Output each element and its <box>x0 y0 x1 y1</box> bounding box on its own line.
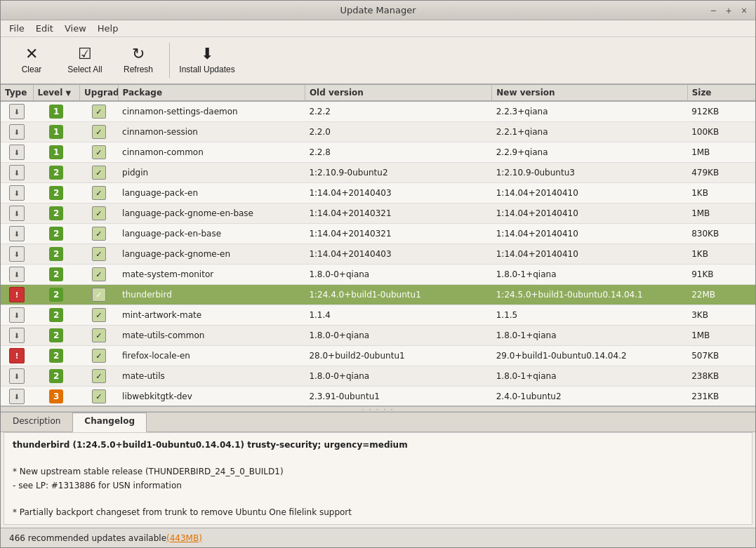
upgrade-checkbox-icon[interactable]: ✓ <box>92 247 106 261</box>
cell-type: ⬇ <box>1 305 33 326</box>
upgrade-checkbox-icon[interactable]: ✓ <box>92 267 106 281</box>
close-button[interactable]: × <box>738 5 750 16</box>
cell-size: 231KB <box>687 387 755 407</box>
cell-old-version: 1.1.4 <box>305 305 491 326</box>
cell-size: 1KB <box>687 183 755 203</box>
level-badge: 1 <box>49 145 63 159</box>
table-row[interactable]: ⬇2✓language-pack-gnome-en-base1:14.04+20… <box>1 203 755 224</box>
level-badge: 2 <box>49 166 63 180</box>
main-window: Update Manager − + × File Edit View Help… <box>0 0 756 548</box>
cell-size: 1MB <box>687 203 755 224</box>
cell-upgrade: ✓ <box>80 203 118 224</box>
bottom-panel: Description Changelog thunderbird (1:24.… <box>1 412 755 528</box>
upgrade-checkbox-icon[interactable]: ✓ <box>92 166 106 180</box>
table-row[interactable]: ⬇1✓cinnamon-common2.2.82.2.9+qiana1MB <box>1 142 755 163</box>
col-header-package[interactable]: Package <box>118 85 305 101</box>
table-row[interactable]: ⬇2✓mint-artwork-mate1.1.41.1.53KB <box>1 305 755 326</box>
cell-type: ⬇ <box>1 142 33 163</box>
menu-help[interactable]: Help <box>92 22 124 35</box>
table-row[interactable]: ⬇2✓language-pack-en1:14.04+201404031:14.… <box>1 183 755 203</box>
cell-level: 1 <box>33 122 80 142</box>
cell-upgrade: ✓ <box>80 244 118 265</box>
cell-new-version: 1:2.10.9-0ubuntu3 <box>492 163 687 183</box>
cell-size: 3KB <box>687 305 755 326</box>
cell-old-version: 1.8.0-0+qiana <box>305 326 491 346</box>
cell-package: mate-utils-common <box>118 326 305 346</box>
upgrade-checkbox-icon[interactable]: ✓ <box>92 288 106 302</box>
level-sort-indicator: ▼ <box>66 89 72 97</box>
cell-level: 3 <box>33 387 80 407</box>
cell-new-version: 2.2.1+qiana <box>492 122 687 142</box>
menu-edit[interactable]: Edit <box>30 22 59 35</box>
level-badge: 1 <box>49 125 63 139</box>
cell-new-version: 2.4.0-1ubuntu2 <box>492 387 687 407</box>
cell-package: mint-artwork-mate <box>118 305 305 326</box>
table-row[interactable]: ⬇2✓language-pack-en-base1:14.04+20140321… <box>1 224 755 244</box>
col-header-size[interactable]: Size <box>687 85 755 101</box>
upgrade-checkbox-icon[interactable]: ✓ <box>92 227 106 241</box>
table-row[interactable]: ⬇1✓cinnamon-session2.2.02.2.1+qiana100KB <box>1 122 755 142</box>
minimize-button[interactable]: − <box>708 5 719 16</box>
upgrade-checkbox-icon[interactable]: ✓ <box>92 349 106 363</box>
cell-package: language-pack-gnome-en-base <box>118 203 305 224</box>
cell-old-version: 1:24.4.0+build1-0ubuntu1 <box>305 285 491 305</box>
upgrade-checkbox-icon[interactable]: ✓ <box>92 186 106 200</box>
tab-changelog[interactable]: Changelog <box>72 413 147 432</box>
tab-description[interactable]: Description <box>1 413 72 432</box>
table-row[interactable]: ⬇1✓cinnamon-settings-daemon2.2.22.2.3+qi… <box>1 101 755 122</box>
table-row[interactable]: ⬇2✓mate-system-monitor1.8.0-0+qiana1.8.0… <box>1 265 755 285</box>
upgrade-checkbox-icon[interactable]: ✓ <box>92 125 106 139</box>
table-row[interactable]: ⬇3✓libwebkitgtk-dev2.3.91-0ubuntu12.4.0-… <box>1 387 755 407</box>
upgrade-checkbox-icon[interactable]: ✓ <box>92 369 106 383</box>
table-row[interactable]: ⬇2✓pidgin1:2.10.9-0ubuntu21:2.10.9-0ubun… <box>1 163 755 183</box>
cell-upgrade: ✓ <box>80 326 118 346</box>
upgrade-checkbox-icon[interactable]: ✓ <box>92 328 106 342</box>
cell-old-version: 1:14.04+20140403 <box>305 183 491 203</box>
table-container[interactable]: Type Level ▼ Upgrade Package Old version… <box>1 85 755 406</box>
col-header-upgrade[interactable]: Upgrade <box>80 85 118 101</box>
cell-package: cinnamon-session <box>118 122 305 142</box>
upgrade-checkbox-icon[interactable]: ✓ <box>92 308 106 322</box>
upgrade-checkbox-icon[interactable]: ✓ <box>92 389 106 403</box>
level-badge: 3 <box>49 389 63 403</box>
col-header-type[interactable]: Type <box>1 85 33 101</box>
col-header-newver[interactable]: New version <box>492 85 687 101</box>
upgrade-checkbox-icon[interactable]: ✓ <box>92 206 106 220</box>
table-row[interactable]: ⬇2✓mate-utils-common1.8.0-0+qiana1.8.0-1… <box>1 326 755 346</box>
cell-upgrade: ✓ <box>80 163 118 183</box>
status-bar: 466 recommended updates available (443MB… <box>1 528 755 547</box>
maximize-button[interactable]: + <box>723 5 734 16</box>
cell-old-version: 28.0+build2-0ubuntu1 <box>305 346 491 366</box>
cell-level: 2 <box>33 285 80 305</box>
cell-upgrade: ✓ <box>80 183 118 203</box>
cell-new-version: 1.8.0-1+qiana <box>492 366 687 387</box>
select-all-button[interactable]: ☑ Select All <box>60 40 110 81</box>
menu-file[interactable]: File <box>4 22 30 35</box>
install-button[interactable]: ⬇ Install Updates <box>175 40 239 81</box>
col-header-level[interactable]: Level ▼ <box>33 85 80 101</box>
toolbar-separator <box>169 43 170 78</box>
panel-resizer[interactable]: · · · · · <box>1 406 755 412</box>
cell-package: firefox-locale-en <box>118 346 305 366</box>
status-link[interactable]: (443MB) <box>166 533 202 543</box>
download-type-icon: ⬇ <box>9 104 25 119</box>
clear-button[interactable]: ✕ Clear <box>6 40 57 81</box>
table-row[interactable]: ⬇2✓mate-utils1.8.0-0+qiana1.8.0-1+qiana2… <box>1 366 755 387</box>
upgrade-checkbox-icon[interactable]: ✓ <box>92 105 106 119</box>
table-row[interactable]: !2✓thunderbird1:24.4.0+build1-0ubuntu11:… <box>1 285 755 305</box>
download-type-icon: ⬇ <box>9 246 25 262</box>
changelog-line: * Partially backport changeset from trun… <box>13 506 743 519</box>
cell-size: 91KB <box>687 265 755 285</box>
table-row[interactable]: !2✓firefox-locale-en28.0+build2-0ubuntu1… <box>1 346 755 366</box>
upgrade-checkbox-icon[interactable]: ✓ <box>92 145 106 159</box>
menu-view[interactable]: View <box>59 22 92 35</box>
level-badge: 2 <box>49 206 63 220</box>
cell-type: ! <box>1 346 33 366</box>
cell-new-version: 29.0+build1-0ubuntu0.14.04.2 <box>492 346 687 366</box>
cell-type: ⬇ <box>1 183 33 203</box>
cell-new-version: 1:14.04+20140410 <box>492 203 687 224</box>
refresh-button[interactable]: ↻ Refresh <box>113 40 164 81</box>
col-header-oldver[interactable]: Old version <box>305 85 491 101</box>
cell-old-version: 1:2.10.9-0ubuntu2 <box>305 163 491 183</box>
table-row[interactable]: ⬇2✓language-pack-gnome-en1:14.04+2014040… <box>1 244 755 265</box>
